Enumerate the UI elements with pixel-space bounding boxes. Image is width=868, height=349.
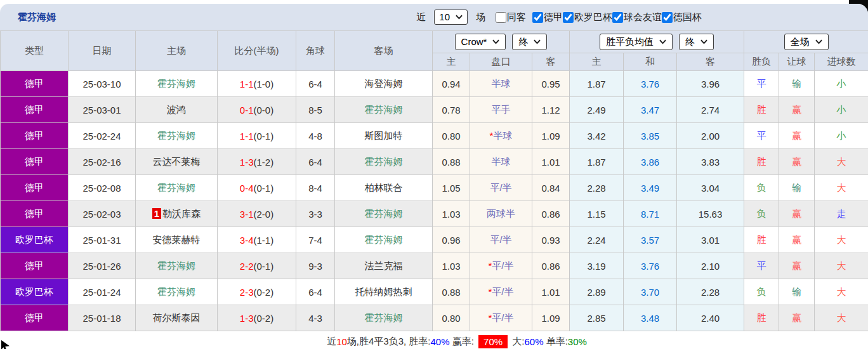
goals-result-cell: 小	[815, 97, 868, 123]
col-date: 日期	[69, 31, 136, 71]
goals-result-cell: 大	[815, 149, 868, 175]
euro-home-odds: 2.49	[570, 97, 624, 123]
result-group: 全场	[744, 31, 868, 53]
asia-line-cell: *半球	[470, 123, 532, 149]
team-link[interactable]: 海登海姆	[365, 78, 403, 89]
team-link[interactable]: 波鸿	[167, 104, 186, 115]
match-row: 欧罗巴杯25-01-24霍芬海姆2-3(0-2)6-4托特纳姆热刺0.88*平/…	[1, 279, 868, 305]
asia-line-text: 平/半	[492, 286, 513, 297]
sub-asia-away: 客	[532, 53, 570, 71]
team-link[interactable]: 霍芬海姆	[365, 104, 403, 115]
handicap-result-cell: 输	[779, 71, 815, 97]
date-cell: 25-02-16	[69, 149, 136, 175]
league-cell: 德甲	[1, 71, 69, 97]
checkbox-europa-league[interactable]	[563, 12, 574, 23]
asia-line-cell: 平/半	[470, 227, 532, 253]
asia-home-odds: 0.96	[433, 227, 470, 253]
match-row: 德甲25-03-01波鸿0-1(0-0)8-5霍芬海姆0.78平手1.122.4…	[1, 97, 868, 123]
summary-segment: 赢率:	[450, 336, 477, 348]
euro-away-odds: 2.00	[677, 123, 744, 149]
handicap-result-cell: 赢	[779, 149, 815, 175]
date-cell: 25-01-18	[69, 305, 136, 331]
euro-away-odds: 2.10	[677, 253, 744, 279]
sub-euro-away: 客	[677, 53, 744, 71]
europe-odds-select[interactable]: 胜平负均值	[600, 34, 673, 50]
full-score: 1-1	[240, 79, 254, 89]
corner-cell: 3-3	[296, 201, 335, 227]
checkbox-club-friendly[interactable]	[612, 12, 623, 23]
team-link[interactable]: 霍芬海姆	[365, 208, 403, 219]
league-cell: 德甲	[1, 97, 69, 123]
recent-count-select[interactable]: 10	[434, 10, 468, 25]
goals-result-cell: 大	[815, 279, 868, 305]
home-team-cell: 霍芬海姆	[136, 71, 218, 97]
half-score: (0-2)	[254, 287, 274, 298]
col-home: 主场	[136, 31, 218, 71]
away-team-cell: 法兰克福	[335, 253, 433, 279]
team-link[interactable]: 云达不莱梅	[153, 156, 201, 167]
europe-time-select[interactable]: 终	[679, 34, 714, 50]
team-link[interactable]: 荷尔斯泰因	[153, 312, 201, 323]
full-score: 3-1	[240, 209, 254, 220]
home-team-cell: 霍芬海姆	[136, 123, 218, 149]
bookmaker-select[interactable]: Crow*	[455, 34, 506, 50]
match-row: 德甲25-01-26霍芬海姆2-2(0-1)9-3法兰克福1.03*平/半0.8…	[1, 253, 868, 279]
score-cell: 1-1(1-0)	[218, 71, 296, 97]
asia-away-odds: 0.86	[532, 201, 570, 227]
score-cell: 2-3(0-2)	[218, 279, 296, 305]
euro-draw-odds: 3.85	[624, 123, 677, 149]
team-link[interactable]: 安德莱赫特	[153, 234, 201, 245]
asia-home-odds: 0.78	[433, 97, 470, 123]
full-score: 1-3	[240, 157, 254, 168]
euro-home-odds: 2.89	[570, 279, 624, 305]
col-corner: 角球	[296, 31, 335, 71]
asia-line-text: 半球	[493, 130, 512, 141]
team-link[interactable]: 柏林联合	[365, 182, 403, 193]
corner-cell: 7-4	[296, 227, 335, 253]
asia-away-odds: 1.09	[532, 123, 570, 149]
col-away: 客场	[335, 31, 433, 71]
league-cell: 欧罗巴杯	[1, 227, 69, 253]
filter-label: 德国杯	[673, 11, 702, 23]
half-score: (0-1)	[254, 261, 274, 272]
team-link[interactable]: 霍芬海姆	[157, 78, 195, 89]
bookmaker-time-select[interactable]: 终	[512, 34, 547, 50]
team-link[interactable]: 霍芬海姆	[365, 156, 403, 167]
chevron-down-icon	[534, 39, 541, 44]
team-link[interactable]: 托特纳姆热刺	[355, 286, 412, 297]
team-link[interactable]: 霍芬海姆	[157, 182, 195, 193]
chevron-down-icon	[815, 39, 822, 44]
filter-same-venue: 同客	[496, 11, 526, 23]
date-cell: 25-01-31	[69, 227, 136, 253]
away-team-cell: 霍芬海姆	[335, 305, 433, 331]
half-score: (2-0)	[254, 209, 274, 220]
team-link[interactable]: 霍芬海姆	[157, 260, 195, 271]
summary-segment: 70%	[478, 335, 508, 348]
summary-segment: 场,胜4平3负3, 胜率:	[347, 336, 431, 348]
chevron-down-icon	[492, 39, 499, 44]
sub-result: 胜负	[744, 53, 779, 71]
team-link[interactable]: 斯图加特	[365, 130, 403, 141]
away-team-cell: 斯图加特	[335, 123, 433, 149]
checkbox-german-cup[interactable]	[662, 12, 673, 23]
team-link[interactable]: 勒沃库森	[162, 208, 201, 219]
euro-draw-odds: 3.86	[624, 149, 677, 175]
euro-home-odds: 2.85	[570, 305, 624, 331]
away-team-cell: 霍芬海姆	[335, 201, 433, 227]
home-team-cell: 霍芬海姆	[136, 279, 218, 305]
team-link[interactable]: 霍芬海姆	[365, 234, 403, 245]
filter-label: 欧罗巴杯	[574, 11, 612, 23]
asia-home-odds: 1.05	[433, 175, 470, 201]
goals-result-cell: 大	[815, 253, 868, 279]
team-link[interactable]: 霍芬海姆	[365, 312, 403, 323]
team-link[interactable]: 霍芬海姆	[157, 286, 195, 297]
checkbox-bundesliga[interactable]	[532, 12, 543, 23]
result-cell: 负	[744, 175, 779, 201]
checkbox-same-venue[interactable]	[496, 12, 506, 23]
scope-select[interactable]: 全场	[784, 34, 829, 50]
league-cell: 德甲	[1, 149, 69, 175]
team-link[interactable]: 霍芬海姆	[157, 130, 195, 141]
team-link[interactable]: 法兰克福	[365, 260, 403, 271]
score-cell: 0-1(0-0)	[218, 97, 296, 123]
away-team-cell: 霍芬海姆	[335, 149, 433, 175]
